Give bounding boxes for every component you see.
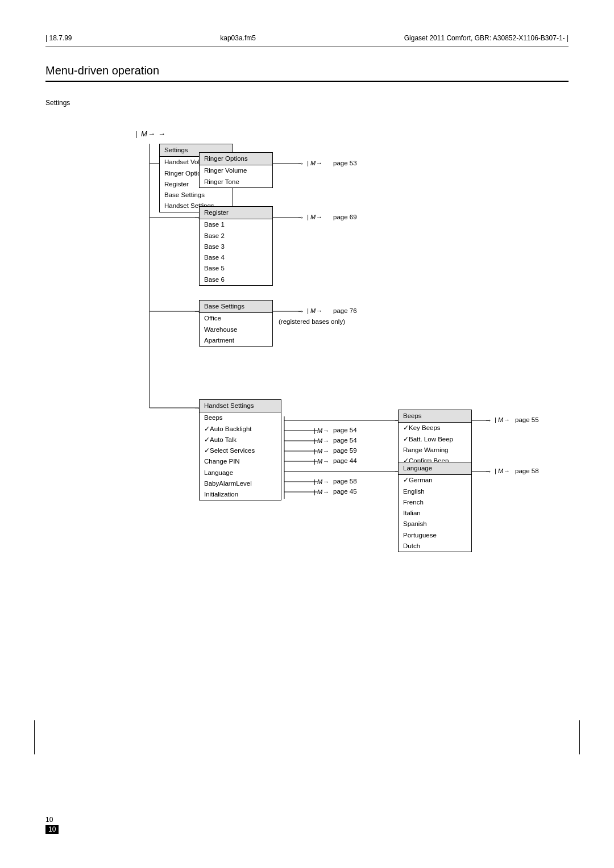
svg-text:|: | xyxy=(314,448,316,454)
header-filename: kap03a.fm5 xyxy=(220,34,256,42)
base-settings-item-warehouse: Warehouse xyxy=(200,324,272,335)
language-menu-box: Language ✓German English French Italian … xyxy=(398,462,472,552)
auto-talk-page-ref: page 54 xyxy=(333,437,357,444)
header-product: Gigaset 2011 Comfort, GBR: A30852-X1106-… xyxy=(404,34,569,42)
ringer-options-page-ref: page 53 xyxy=(333,160,357,166)
svg-text:|: | xyxy=(495,468,496,474)
beeps-item-batt-low-beep: ✓Batt. Low Beep xyxy=(399,434,471,445)
language-item-spanish: Spanish xyxy=(399,519,471,529)
svg-text:→: → xyxy=(504,416,510,423)
svg-text:→: → xyxy=(158,130,165,138)
register-menu-box: Register Base 1 Base 2 Base 3 Base 4 Bas… xyxy=(199,206,273,286)
base-settings-menu-title: Base Settings xyxy=(200,301,272,313)
baby-alarm-page-ref: page 58 xyxy=(333,478,357,485)
svg-text:M: M xyxy=(141,130,147,138)
svg-text:|: | xyxy=(307,307,309,314)
svg-text:|: | xyxy=(314,489,316,495)
svg-text:M: M xyxy=(498,416,504,423)
handset-settings-item-language: Language xyxy=(200,468,281,478)
handset-settings-item-change-pin: Change PIN xyxy=(200,456,281,467)
handset-settings-item-auto-talk: ✓Auto Talk xyxy=(200,435,281,445)
svg-text:→: → xyxy=(148,130,155,138)
svg-text:|: | xyxy=(314,458,316,465)
language-item-french: French xyxy=(399,497,471,508)
language-page-ref: page 58 xyxy=(515,468,539,474)
svg-text:→: → xyxy=(297,159,304,168)
svg-text:→: → xyxy=(504,468,510,474)
page-title: Menu-driven operation xyxy=(45,64,569,82)
ringer-options-menu-box: Ringer Options Ringer Volume Ringer Tone xyxy=(199,152,273,188)
handset-settings-item-baby-alarm: BabyAlarmLevel xyxy=(200,478,281,489)
base-settings-item-office: Office xyxy=(200,313,272,324)
language-item-dutch: Dutch xyxy=(399,541,471,552)
svg-text:M: M xyxy=(317,437,323,444)
register-item-base3: Base 3 xyxy=(200,241,272,252)
svg-text:M: M xyxy=(310,307,316,314)
beeps-item-key-beeps: ✓Key Beeps xyxy=(399,423,471,433)
language-item-portuguese: Portuguese xyxy=(399,530,471,541)
initialization-page-ref: page 45 xyxy=(333,488,357,495)
page-number-area: 10 10 xyxy=(45,816,59,834)
handset-settings-menu-box: Handset Settings Beeps ✓Auto Backlight ✓… xyxy=(199,399,281,500)
page-number-box: 10 xyxy=(45,825,59,834)
svg-text:→: → xyxy=(323,458,329,465)
language-item-german: ✓German xyxy=(399,475,471,486)
svg-text:→: → xyxy=(484,467,492,475)
beeps-page-ref: page 55 xyxy=(515,416,539,423)
svg-text:|: | xyxy=(135,130,137,138)
svg-text:→: → xyxy=(316,307,322,314)
base-settings-note: (registered bases only) xyxy=(279,318,345,325)
ringer-options-item-tone: Ringer Tone xyxy=(200,177,272,187)
settings-item-base-settings: Base Settings xyxy=(160,190,233,201)
svg-text:→: → xyxy=(297,307,304,315)
svg-text:M: M xyxy=(317,489,323,495)
beeps-item-range-warning: Range Warning xyxy=(399,445,471,456)
register-menu-title: Register xyxy=(200,207,272,219)
register-page-ref: page 69 xyxy=(333,214,357,220)
svg-text:M: M xyxy=(498,468,504,474)
page-header: 18.7.99 kap03a.fm5 Gigaset 2011 Comfort,… xyxy=(45,34,569,47)
language-item-italian: Italian xyxy=(399,508,471,519)
svg-text:→: → xyxy=(323,478,329,485)
register-item-base5: Base 5 xyxy=(200,263,272,274)
svg-text:→: → xyxy=(297,213,304,222)
ringer-options-item-volume: Ringer Volume xyxy=(200,165,272,176)
page-number-text: 10 xyxy=(45,816,59,824)
svg-text:→: → xyxy=(323,489,329,495)
base-settings-menu-box: Base Settings Office Warehouse Apartment xyxy=(199,300,273,347)
svg-text:|: | xyxy=(314,478,316,485)
header-date: 18.7.99 xyxy=(45,34,72,42)
change-pin-page-ref: page 44 xyxy=(333,457,357,464)
register-item-base4: Base 4 xyxy=(200,252,272,263)
svg-text:→: → xyxy=(323,437,329,444)
diagram-svg: | M → → → → | M → → → | M → xyxy=(57,112,580,539)
svg-text:M: M xyxy=(317,427,323,434)
svg-text:→: → xyxy=(316,214,322,220)
handset-settings-menu-title: Handset Settings xyxy=(200,400,281,412)
footer-left-line xyxy=(34,720,35,754)
svg-text:→: → xyxy=(484,416,492,424)
svg-text:M: M xyxy=(317,448,323,454)
base-settings-page-ref: page 76 xyxy=(333,307,357,314)
svg-text:M: M xyxy=(310,160,316,166)
language-menu-title: Language xyxy=(399,462,471,475)
select-services-page-ref: page 59 xyxy=(333,447,357,454)
svg-text:|: | xyxy=(307,214,309,220)
register-item-base2: Base 2 xyxy=(200,231,272,241)
menu-diagram: | M → → → → | M → → → | M → xyxy=(57,112,580,539)
svg-text:|: | xyxy=(495,416,496,423)
svg-text:|: | xyxy=(314,437,316,444)
svg-text:M: M xyxy=(317,478,323,485)
svg-text:→: → xyxy=(323,427,329,434)
register-item-base6: Base 6 xyxy=(200,274,272,285)
handset-settings-item-initialization: Initialization xyxy=(200,489,281,500)
language-item-english: English xyxy=(399,486,471,497)
handset-settings-item-select-services: ✓Select Services xyxy=(200,445,281,456)
footer-right-line xyxy=(579,720,580,754)
handset-settings-item-beeps: Beeps xyxy=(200,412,281,423)
beeps-menu-title: Beeps xyxy=(399,410,471,423)
section-label: Settings xyxy=(45,99,569,107)
page: 18.7.99 kap03a.fm5 Gigaset 2011 Comfort,… xyxy=(0,0,614,868)
handset-settings-item-auto-backlight: ✓Auto Backlight xyxy=(200,424,281,435)
svg-text:→: → xyxy=(316,160,322,166)
